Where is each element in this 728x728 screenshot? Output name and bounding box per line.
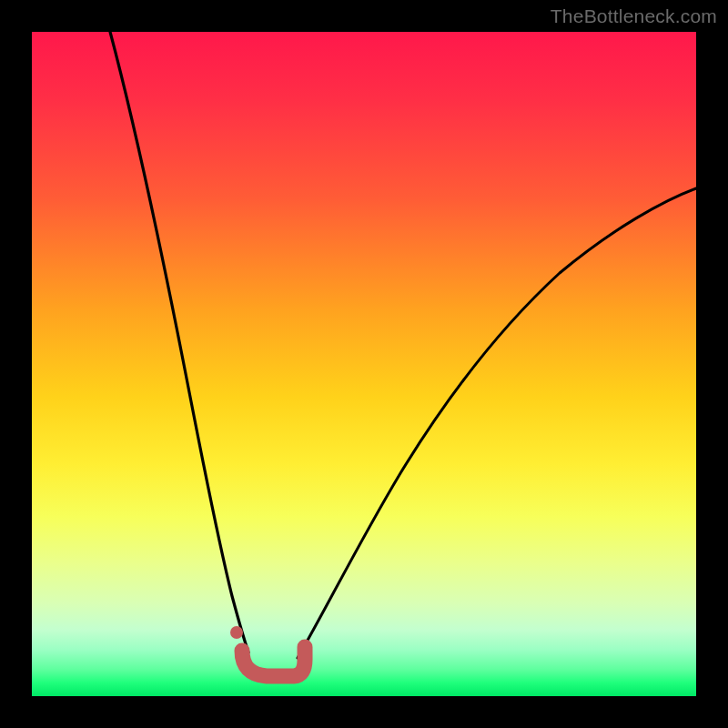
plot-area	[32, 32, 696, 696]
valley-marker	[230, 626, 305, 676]
bottleneck-curve	[32, 32, 696, 696]
svg-point-0	[230, 626, 243, 639]
watermark-text: TheBottleneck.com	[551, 5, 717, 27]
curve-left-branch	[110, 32, 248, 652]
chart-frame: TheBottleneck.com	[0, 0, 728, 728]
curve-right-branch	[298, 188, 696, 658]
